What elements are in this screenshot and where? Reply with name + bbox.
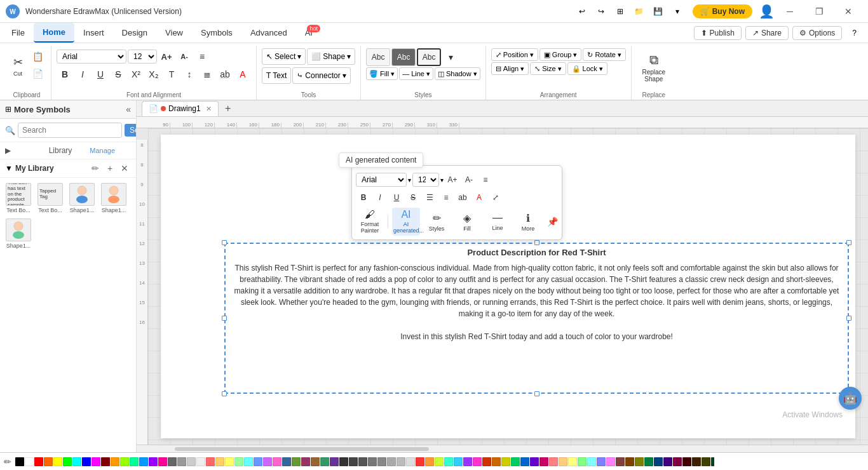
my-library-edit-btn[interactable]: ✏ (89, 162, 102, 175)
search-input[interactable] (18, 123, 122, 138)
menu-insert[interactable]: Insert (74, 23, 113, 43)
buy-now-button[interactable]: 🛒 Buy Now (693, 4, 752, 18)
color-swatch[interactable] (530, 457, 539, 466)
lock-dropdown[interactable]: 🔒 Lock ▾ (567, 62, 607, 75)
color-swatch[interactable] (349, 457, 358, 466)
canvas-tab-drawing1[interactable]: 📄 Drawing1 ✕ (142, 101, 219, 116)
color-swatch[interactable] (225, 457, 234, 466)
position-dropdown[interactable]: ⤢ Position ▾ (491, 48, 538, 61)
styles-expand-btn[interactable]: ▾ (442, 49, 459, 65)
menu-design[interactable]: Design (113, 23, 156, 43)
rotate-dropdown[interactable]: ↻ Rotate ▾ (583, 48, 625, 61)
ft-font-select[interactable]: Arial (356, 173, 407, 187)
color-swatch[interactable] (320, 457, 329, 466)
list-item[interactable]: Tapped Tag Text Bo... (36, 182, 65, 215)
color-swatch[interactable] (454, 457, 463, 466)
font-family-select[interactable]: Arial (57, 50, 126, 64)
ft-format-painter-btn[interactable]: 🖌 Format Painter (356, 208, 384, 236)
tab-close-icon[interactable]: ✕ (206, 105, 212, 113)
style-chip-2[interactable]: Abc (391, 48, 416, 66)
cut-button[interactable]: ✂ Cut (8, 48, 28, 84)
menu-symbols[interactable]: Symbols (192, 23, 241, 43)
color-swatch[interactable] (625, 457, 634, 466)
menu-view[interactable]: View (156, 23, 192, 43)
manage-link[interactable]: Manage (90, 147, 131, 154)
font-color-btn[interactable]: A (234, 66, 251, 83)
sidebar-collapse-btn[interactable]: « (126, 104, 131, 114)
ft-highlight-btn[interactable]: ab (455, 190, 470, 205)
color-swatch[interactable] (120, 457, 129, 466)
resize-handle-mr[interactable] (846, 316, 851, 321)
ft-strike-btn[interactable]: S (405, 190, 421, 205)
color-swatch[interactable] (215, 457, 224, 466)
color-swatch[interactable] (416, 457, 424, 466)
color-swatch[interactable] (568, 457, 577, 466)
publish-button[interactable]: ⬆ Publish (694, 26, 742, 40)
color-swatch[interactable] (196, 457, 205, 466)
ft-align-btn[interactable]: ≡ (478, 172, 493, 187)
style-chip-3[interactable]: Abc (417, 48, 441, 66)
underline-btn[interactable]: U (92, 66, 109, 83)
resize-handle-tl[interactable] (222, 240, 227, 245)
fill-dropdown[interactable]: 🪣 Fill ▾ (366, 67, 398, 80)
color-swatch[interactable] (397, 457, 405, 466)
ft-line-btn[interactable]: — Line (484, 208, 512, 236)
save-btn[interactable]: 💾 (649, 3, 667, 20)
color-swatch[interactable] (616, 457, 625, 466)
ft-dec-size-btn[interactable]: A- (461, 172, 477, 187)
text-btn[interactable]: T Text (262, 67, 291, 84)
color-swatch[interactable] (387, 457, 396, 466)
color-swatch[interactable] (101, 457, 110, 466)
menu-ai[interactable]: AI hot (296, 23, 322, 43)
canvas-textbox-container[interactable]: Product Description for Red T-Shirt This… (224, 243, 849, 394)
color-swatch[interactable] (263, 457, 272, 466)
color-swatch[interactable] (549, 457, 558, 466)
shape-dropdown[interactable]: ⬜ Shape ▾ (307, 48, 355, 65)
color-swatch[interactable] (15, 457, 24, 466)
my-library-add-btn[interactable]: + (104, 162, 116, 175)
color-swatch[interactable] (444, 457, 453, 466)
color-swatch[interactable] (25, 457, 34, 466)
color-swatch[interactable] (206, 457, 215, 466)
ft-bold-btn[interactable]: B (356, 190, 371, 205)
list-item[interactable]: Shape1... (67, 182, 97, 215)
more-quick-btn[interactable]: ▾ (668, 3, 686, 20)
paste-button[interactable]: 📋 (29, 48, 46, 65)
color-swatch[interactable] (663, 457, 672, 466)
shadow-dropdown[interactable]: ◫ Shadow ▾ (435, 67, 480, 80)
connector-dropdown[interactable]: ⤷ Connector ▾ (292, 67, 350, 84)
color-swatch[interactable] (111, 457, 119, 466)
replace-shape-button[interactable]: ⧉ Replace Shape (637, 48, 671, 86)
open-btn[interactable]: 📁 (630, 3, 648, 20)
ft-underline-btn[interactable]: U (389, 190, 404, 205)
menu-advanced[interactable]: Advanced (241, 23, 296, 43)
color-swatch[interactable] (673, 457, 682, 466)
color-swatch[interactable] (63, 457, 72, 466)
color-swatch[interactable] (492, 457, 501, 466)
help-button[interactable]: ? (846, 27, 863, 39)
resize-handle-bl[interactable] (222, 391, 227, 396)
color-swatch[interactable] (578, 457, 587, 466)
ft-list-btn[interactable]: ≡ (438, 190, 454, 205)
color-swatch[interactable] (244, 457, 253, 466)
color-swatch[interactable] (82, 457, 91, 466)
text-format-btn[interactable]: T (163, 66, 180, 83)
color-swatch[interactable] (292, 457, 301, 466)
color-swatch[interactable] (311, 457, 320, 466)
ft-more-btn[interactable]: ℹ More (514, 208, 542, 236)
ft-bullets-btn[interactable]: ☰ (422, 190, 437, 205)
color-swatch[interactable] (273, 457, 281, 466)
list-btn[interactable]: ≣ (199, 66, 215, 83)
color-swatch[interactable] (234, 457, 243, 466)
color-swatch[interactable] (711, 457, 714, 466)
share-button[interactable]: ↗ Share (745, 26, 789, 40)
undo-btn[interactable]: ↩ (573, 3, 591, 20)
color-swatch[interactable] (282, 457, 291, 466)
resize-handle-bc[interactable] (534, 391, 539, 396)
decrease-font-btn[interactable]: A- (176, 48, 193, 65)
color-swatch[interactable] (597, 457, 606, 466)
color-swatch[interactable] (168, 457, 177, 466)
select-dropdown[interactable]: ↖ Select ▾ (262, 48, 306, 65)
resize-handle-tr[interactable] (846, 240, 851, 245)
color-swatch[interactable] (72, 457, 81, 466)
